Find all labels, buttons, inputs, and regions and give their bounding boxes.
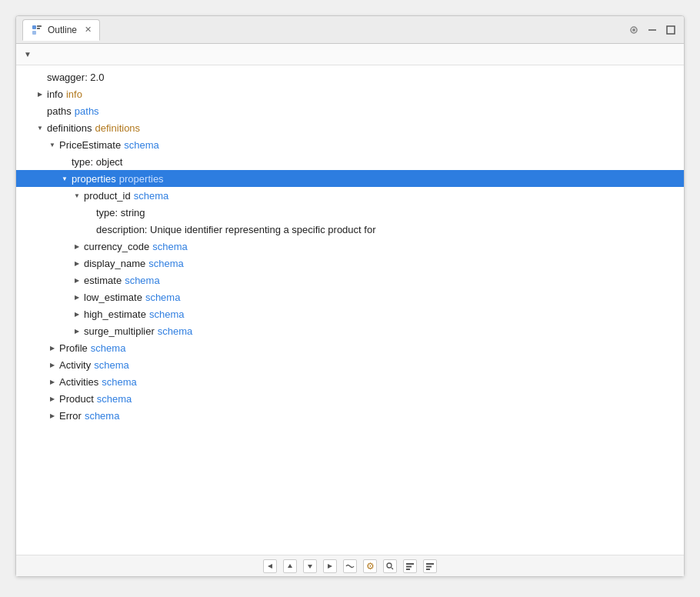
tree-item-definitions[interactable]: definitions definitions <box>16 119 684 136</box>
tree-container[interactable]: swagger: 2.0 info info paths paths defin… <box>16 65 684 555</box>
collapse-button[interactable] <box>403 559 417 573</box>
link-button[interactable] <box>343 559 357 573</box>
activities-key: Activities <box>59 376 98 388</box>
svg-point-5 <box>632 28 635 32</box>
tree-item-currency-code[interactable]: currency_code schema <box>16 238 684 255</box>
error-arrow <box>47 410 58 421</box>
svg-rect-3 <box>37 28 40 29</box>
tree-item-surge-multiplier[interactable]: surge_multiplier schema <box>16 322 684 339</box>
maximize-icon[interactable] <box>664 23 678 37</box>
search-button[interactable] <box>383 559 397 573</box>
outline-tab[interactable]: Outline ✕ <box>22 19 100 41</box>
estimate-arrow <box>72 275 82 285</box>
high-estimate-type: schema <box>149 309 185 320</box>
description-label: description: Unique identifier represent… <box>96 224 375 235</box>
down-button[interactable] <box>303 559 317 573</box>
product-id-key: product_id <box>84 190 131 202</box>
tree-item-activities[interactable]: Activities schema <box>16 373 684 390</box>
svg-rect-17 <box>426 563 434 565</box>
currency-code-arrow <box>72 241 82 252</box>
estimate-key: estimate <box>84 275 122 286</box>
low-estimate-type: schema <box>145 292 181 303</box>
swagger-label: swagger: 2.0 <box>47 72 104 83</box>
currency-code-key: currency_code <box>84 241 149 252</box>
tree-item-activity[interactable]: Activity schema <box>16 356 684 373</box>
expand-button[interactable] <box>423 559 437 573</box>
tree-item-description[interactable]: description: Unique identifier represent… <box>16 221 684 238</box>
tree-item-type-object[interactable]: type: object <box>16 153 684 170</box>
estimate-type: schema <box>125 275 160 286</box>
svg-marker-11 <box>328 564 332 569</box>
info-key: info <box>47 88 63 100</box>
properties-key: properties <box>72 173 116 185</box>
display-name-type: schema <box>148 258 184 269</box>
next-button[interactable] <box>323 559 337 573</box>
minimize-icon[interactable] <box>645 23 659 37</box>
paths-key: paths <box>47 105 72 117</box>
profile-type: schema <box>91 342 126 354</box>
svg-point-12 <box>387 563 392 568</box>
tree-item-product-id[interactable]: product_id schema <box>16 187 684 204</box>
tree-item-low-estimate[interactable]: low_estimate schema <box>16 288 684 305</box>
svg-rect-0 <box>32 25 36 29</box>
priceestimate-type: schema <box>124 139 159 151</box>
product-arrow <box>47 393 58 404</box>
activities-arrow <box>47 376 58 387</box>
tree-item-info[interactable]: info info <box>16 85 684 102</box>
toolbar: ▼ <box>16 44 684 65</box>
svg-rect-7 <box>667 26 675 34</box>
surge-multiplier-arrow <box>72 325 82 336</box>
activities-type: schema <box>102 376 137 388</box>
type-string-label: type: string <box>96 207 145 218</box>
properties-type: properties <box>119 173 164 185</box>
outline-tab-label: Outline <box>48 25 77 35</box>
tree-item-high-estimate[interactable]: high_estimate schema <box>16 305 684 322</box>
settings-button[interactable]: ⚙ <box>363 559 377 573</box>
prev-button[interactable] <box>263 559 277 573</box>
product-id-arrow <box>72 190 82 201</box>
tree-item-paths[interactable]: paths paths <box>16 102 684 119</box>
outline-tab-close[interactable]: ✕ <box>85 25 92 35</box>
activity-arrow <box>47 359 58 370</box>
tab-actions <box>627 23 678 37</box>
tree-item-product[interactable]: Product schema <box>16 390 684 407</box>
outline-tab-icon <box>31 24 43 36</box>
profile-key: Profile <box>59 342 88 354</box>
up-button[interactable] <box>283 559 297 573</box>
priceestimate-arrow <box>47 139 58 150</box>
definitions-arrow <box>35 122 45 133</box>
outline-panel: Outline ✕ ▼ sw <box>15 15 685 577</box>
tree-item-priceestimate[interactable]: PriceEstimate schema <box>16 136 684 153</box>
filter-icon[interactable] <box>627 23 641 37</box>
high-estimate-arrow <box>72 309 82 319</box>
currency-code-type: schema <box>152 241 188 252</box>
svg-rect-2 <box>37 25 42 27</box>
priceestimate-key: PriceEstimate <box>59 139 121 151</box>
tree-item-properties[interactable]: properties properties <box>16 170 684 187</box>
svg-rect-1 <box>32 31 36 35</box>
properties-arrow <box>59 173 70 184</box>
tree-item-profile[interactable]: Profile schema <box>16 339 684 356</box>
svg-marker-10 <box>308 565 312 569</box>
outer-container: Outline ✕ ▼ sw <box>0 0 700 597</box>
error-key: Error <box>59 410 82 422</box>
tree-item-error[interactable]: Error schema <box>16 407 684 424</box>
svg-rect-19 <box>426 569 430 570</box>
error-type: schema <box>85 410 120 422</box>
svg-line-13 <box>392 568 393 569</box>
low-estimate-key: low_estimate <box>84 292 142 303</box>
info-arrow <box>35 88 45 99</box>
tree-item-type-string[interactable]: type: string <box>16 204 684 221</box>
product-type: schema <box>97 393 132 405</box>
surge-multiplier-type: schema <box>158 325 193 337</box>
surge-multiplier-key: surge_multiplier <box>84 325 155 337</box>
tree-item-display-name[interactable]: display_name schema <box>16 255 684 272</box>
collapse-all-icon[interactable]: ▼ <box>22 49 33 60</box>
tree-item-estimate[interactable]: estimate schema <box>16 272 684 288</box>
product-key: Product <box>59 393 94 405</box>
product-id-type: schema <box>134 190 169 202</box>
bottom-bar: ⚙ <box>16 555 684 576</box>
type-object-label: type: object <box>72 156 123 168</box>
svg-marker-8 <box>268 564 272 569</box>
tree-item-swagger[interactable]: swagger: 2.0 <box>16 68 684 85</box>
